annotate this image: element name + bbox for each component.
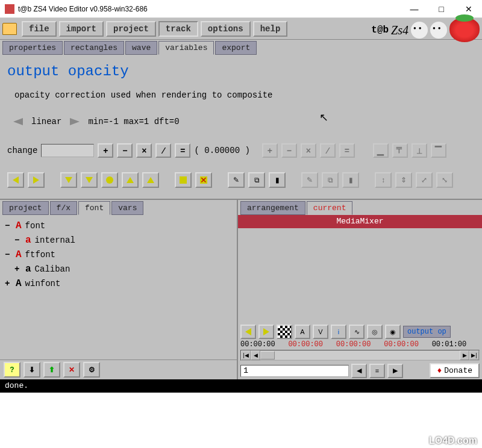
lower-panes: project f/x font vars −Afont −ainternal … — [0, 199, 482, 379]
export-button[interactable]: ⬆ — [43, 362, 60, 378]
menu-track[interactable]: track — [158, 21, 198, 37]
tool1-button[interactable]: ✎ — [228, 172, 245, 188]
tool10-button: ⤡ — [436, 172, 453, 188]
timeline-scrollbar[interactable]: |◀ ◀ ▶ ▶| — [240, 350, 480, 361]
menu-import[interactable]: import — [59, 21, 104, 37]
a-button[interactable]: A — [295, 325, 310, 339]
target2-button[interactable]: ◉ — [385, 325, 401, 339]
prev-button[interactable] — [7, 172, 24, 188]
delete-button[interactable]: ✕ — [63, 362, 80, 378]
tab-vars[interactable]: vars — [111, 201, 143, 215]
tab-current[interactable]: current — [307, 201, 353, 215]
collapse-icon[interactable]: − — [5, 221, 12, 231]
tab-arrangement[interactable]: arrangement — [240, 201, 305, 215]
tree-font[interactable]: −Afont — [5, 219, 232, 233]
tabbar-left: project f/x font vars — [0, 200, 237, 215]
key-in-button[interactable] — [60, 172, 77, 188]
tool4-button: ✎ — [301, 172, 318, 188]
brand: t@b Zs4 — [371, 18, 480, 42]
op-times2-button: × — [301, 143, 316, 158]
config-button[interactable]: ⚙ — [83, 362, 100, 378]
scroll-left-icon[interactable]: ◀ — [251, 350, 260, 360]
tab-fx[interactable]: f/x — [50, 201, 77, 215]
tab-variables[interactable]: variables — [158, 41, 214, 55]
media-title: MediaMixer — [238, 215, 482, 228]
key-down-button[interactable] — [81, 172, 98, 188]
folder-icon[interactable] — [2, 23, 17, 35]
align4-button: ▔ — [431, 143, 446, 158]
key-up-button[interactable] — [122, 172, 139, 188]
scroll-first-icon[interactable]: |◀ — [241, 350, 251, 360]
op-times-button[interactable]: × — [136, 143, 152, 158]
op-minus-button[interactable]: − — [117, 143, 133, 158]
tree-winfont[interactable]: +Awinfont — [5, 276, 232, 291]
tree-internal[interactable]: −ainternal — [14, 233, 232, 247]
output-op-button[interactable]: output op — [403, 326, 451, 338]
scroll-right-icon[interactable]: ▶ — [460, 350, 469, 360]
help-button[interactable]: ? — [4, 362, 20, 378]
import-button[interactable]: ⬇ — [23, 362, 40, 378]
clear-mark-button[interactable] — [195, 172, 212, 188]
collapse-icon[interactable]: − — [14, 235, 22, 245]
titlebar: t@b ZS4 Video Editor v0.958-win32-686 — … — [0, 0, 482, 18]
menu-options[interactable]: options — [201, 21, 251, 37]
expand-icon[interactable]: + — [5, 279, 12, 288]
collapse-icon[interactable]: − — [5, 250, 12, 260]
maximize-button[interactable]: □ — [428, 0, 455, 17]
key-circle-button[interactable] — [101, 172, 118, 188]
play-prev-button[interactable] — [240, 325, 256, 339]
timecode-row: 00:00:00 00:00:00 00:00:00 00:00:00 00:0… — [238, 340, 482, 349]
tab-project[interactable]: project — [2, 201, 49, 215]
change-input[interactable] — [41, 144, 94, 157]
tool5-button: ⧉ — [322, 172, 339, 188]
tool3-button[interactable]: ▮ — [269, 172, 286, 188]
tool8-button: ⇕ — [395, 172, 412, 188]
next-button[interactable] — [28, 172, 45, 188]
panel-description: opacity correction used when rendering t… — [14, 90, 475, 100]
tree-caliban[interactable]: +aCaliban — [14, 262, 232, 276]
op-minus2-button: − — [281, 143, 297, 158]
left-bottombar: ? ⬇ ⬆ ✕ ⚙ — [0, 359, 237, 379]
op-plus-button[interactable]: + — [98, 143, 113, 158]
frame-eq-button[interactable]: = — [369, 364, 385, 378]
frame-input[interactable] — [240, 365, 349, 377]
tab-export[interactable]: export — [215, 41, 257, 55]
frame-prev-button[interactable]: ◀ — [351, 364, 367, 378]
next-mode-icon[interactable] — [70, 118, 80, 125]
frame-next-button[interactable]: ▶ — [387, 364, 403, 378]
tool9-button: ⤢ — [416, 172, 433, 188]
target-button[interactable]: ◎ — [367, 325, 383, 339]
play-next-button[interactable] — [258, 325, 274, 339]
left-pane: project f/x font vars −Afont −ainternal … — [0, 200, 238, 379]
tab-properties[interactable]: properties — [2, 41, 63, 55]
op-eq2-button: = — [339, 143, 355, 158]
tool2-button[interactable]: ⧉ — [248, 172, 265, 188]
scroll-last-icon[interactable]: ▶| — [469, 350, 479, 360]
key-out-button[interactable] — [142, 172, 159, 188]
brand-zs4: Zs4 — [391, 23, 408, 37]
info-button[interactable]: i — [331, 325, 346, 339]
prev-mode-icon[interactable] — [13, 118, 23, 125]
op-div-button[interactable]: ∕ — [155, 143, 171, 158]
tree-ftfont[interactable]: −Aftfont — [5, 247, 232, 262]
v-button[interactable]: V — [313, 325, 328, 339]
tab-rectangles[interactable]: rectangles — [64, 41, 124, 55]
align1-button: ▁ — [373, 143, 389, 158]
expand-icon[interactable]: + — [14, 264, 22, 274]
donate-button[interactable]: ♦Donate — [430, 363, 480, 378]
change-row: change + − × ∕ = ( 0.00000 ) + − × ∕ = ▁… — [7, 143, 475, 158]
minimize-button[interactable]: — — [401, 0, 428, 17]
mark-button[interactable] — [175, 172, 192, 188]
checker-button[interactable] — [277, 325, 292, 339]
tab-font[interactable]: font — [78, 201, 110, 215]
right-pane: arrangement current MediaMixer A V i ∿ ◎… — [238, 200, 482, 379]
op-eq-button[interactable]: = — [175, 143, 190, 158]
tab-wave[interactable]: wave — [125, 41, 157, 55]
menu-file[interactable]: file — [22, 21, 57, 37]
menu-help[interactable]: help — [253, 21, 288, 37]
wave-button[interactable]: ∿ — [349, 325, 365, 339]
scroll-thumb[interactable] — [260, 351, 275, 359]
menu-project[interactable]: project — [106, 21, 156, 37]
tc2: 00:00:00 — [288, 340, 336, 349]
scroll-track[interactable] — [260, 351, 460, 359]
